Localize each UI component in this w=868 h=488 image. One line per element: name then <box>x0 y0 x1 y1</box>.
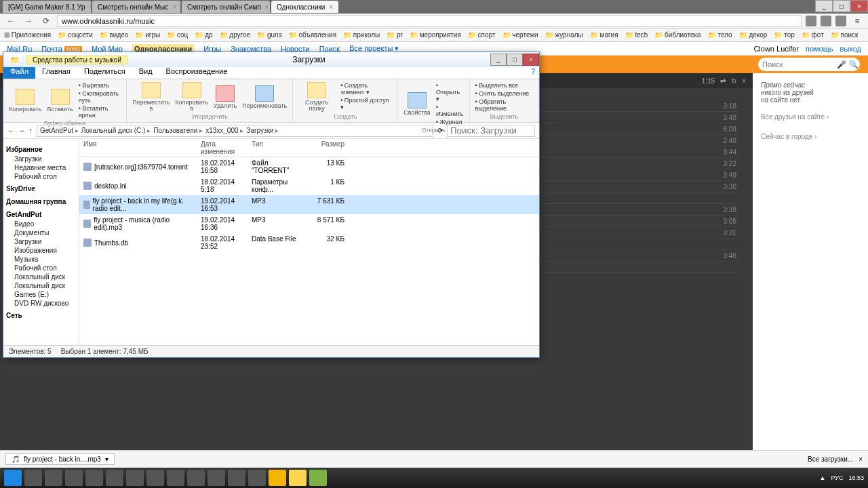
taskbar-chrome[interactable] <box>269 470 286 486</box>
shuffle-icon[interactable]: ⇄ <box>720 77 726 85</box>
minimize-button[interactable]: _ <box>490 54 507 66</box>
copy-to-button[interactable]: Копировать в <box>175 82 208 112</box>
nav-computer[interactable]: GetAndPut <box>5 209 77 220</box>
nav-item[interactable]: Games (E:) <box>5 290 77 299</box>
file-row[interactable]: desktop.ini18.02.2014 5:18Параметры конф… <box>79 176 539 195</box>
bookmark-item[interactable]: 📁 объявления <box>289 31 336 39</box>
close-button[interactable]: × <box>523 54 539 66</box>
new-folder-button[interactable]: Создать папку <box>298 82 335 112</box>
file-row[interactable]: fly project - back in my life(g.k. radio… <box>79 195 539 214</box>
bookmark-item[interactable]: 📁 магия <box>590 31 618 39</box>
help-link[interactable]: помощь <box>806 45 833 53</box>
taskbar-app[interactable] <box>228 470 245 486</box>
easy-access-button[interactable]: Простой доступ ▾ <box>340 97 392 110</box>
paste-button[interactable]: Вставить <box>47 82 73 119</box>
close-icon[interactable]: × <box>265 3 269 11</box>
explorer-search-input[interactable] <box>447 125 535 137</box>
maximize-button[interactable]: □ <box>833 0 850 12</box>
cut-button[interactable]: Вырезать <box>79 82 121 89</box>
close-shelf-icon[interactable]: × <box>859 455 863 463</box>
edit-button[interactable]: Изменить <box>436 104 464 117</box>
taskbar-app[interactable] <box>187 470 205 486</box>
forward-button[interactable]: → <box>18 127 25 134</box>
tab-video2[interactable]: Смотреть онлайн Симп× <box>182 1 270 13</box>
tab-odnoklassniki[interactable]: Одноклассники× <box>271 1 338 13</box>
crumb[interactable]: Загрузки <box>246 127 279 134</box>
extension-icon[interactable] <box>835 16 846 26</box>
ribbon-tab-share[interactable]: Поделиться <box>77 67 132 79</box>
taskbar-explorer[interactable] <box>289 470 307 486</box>
nav-item[interactable]: DVD RW дисково <box>5 299 77 308</box>
taskbar-app[interactable] <box>65 470 83 486</box>
bookmark-item[interactable]: 📁 журналы <box>545 31 583 39</box>
menu-icon[interactable]: ≡ <box>850 15 864 27</box>
mic-icon[interactable]: 🎤 <box>837 60 846 69</box>
file-row[interactable]: Thumbs.db18.02.2014 23:52Data Base File3… <box>79 233 539 252</box>
col-date[interactable]: Дата изменения <box>198 139 249 157</box>
chevron-down-icon[interactable]: ▾ <box>105 455 108 463</box>
extension-icon[interactable] <box>806 16 816 26</box>
taskbar-app[interactable] <box>45 470 62 486</box>
bookmark-item[interactable]: 📁 tech <box>625 31 648 39</box>
bookmark-item[interactable]: 📁 соц <box>167 31 188 39</box>
all-friends-link[interactable]: Все друзья на сайте › <box>761 113 860 121</box>
select-all-button[interactable]: Выделить все <box>475 82 534 89</box>
repeat-icon[interactable]: ↻ <box>731 77 736 85</box>
nav-item[interactable]: Загрузки <box>5 237 77 246</box>
clock[interactable]: 16:53 <box>848 474 864 481</box>
bookmark-item[interactable]: 📁 pr <box>387 31 403 39</box>
crumb[interactable]: x13xx_000 <box>205 127 243 134</box>
lang-indicator[interactable]: РУС <box>831 474 843 481</box>
maximize-button[interactable]: □ <box>507 54 523 66</box>
ribbon-tab-file[interactable]: Файл <box>3 67 35 79</box>
taskbar-app[interactable] <box>208 470 225 486</box>
copy-button[interactable]: Копировать <box>9 82 41 119</box>
bookmark-item[interactable]: 📁 фот <box>802 31 824 39</box>
music-tools-tab[interactable]: Средства работы с музыкой <box>26 56 127 64</box>
close-icon[interactable]: × <box>172 3 176 11</box>
download-chip[interactable]: 🎵 fly project - back in....mp3 ▾ <box>5 453 115 465</box>
taskbar-app[interactable] <box>309 470 327 486</box>
bookmark-item[interactable]: 📁 тор <box>774 31 794 39</box>
close-player-icon[interactable]: × <box>742 77 746 85</box>
apps-icon[interactable]: ⊞ Приложения <box>4 31 51 39</box>
taskbar-app[interactable] <box>167 470 184 486</box>
nav-item[interactable]: Локальный диск <box>5 281 77 290</box>
nav-favorites[interactable]: Избранное <box>5 144 77 155</box>
back-button[interactable]: ← <box>4 15 18 27</box>
nav-item[interactable]: Музыка <box>5 255 77 264</box>
refresh-icon[interactable]: ⟳ <box>437 127 443 134</box>
crumb[interactable]: GetAndPut <box>40 127 79 134</box>
nav-item[interactable]: Видео <box>5 220 77 228</box>
properties-button[interactable]: Свойства <box>403 82 431 125</box>
taskbar-app[interactable] <box>106 470 123 486</box>
tray-icon[interactable]: ▲ <box>820 474 826 481</box>
col-size[interactable]: Размер <box>310 139 347 157</box>
col-name[interactable]: Имя <box>79 139 198 157</box>
paste-shortcut-button[interactable]: Вставить ярлык <box>79 105 121 119</box>
bookmark-item[interactable]: 📁 видео <box>100 31 129 39</box>
ribbon-tab-home[interactable]: Главная <box>35 67 77 79</box>
delete-button[interactable]: Удалить <box>214 82 237 112</box>
move-to-button[interactable]: Переместить в <box>132 82 170 112</box>
bookmark-item[interactable]: 📁 мероприятия <box>410 31 461 39</box>
ribbon-tab-play[interactable]: Воспроизведение <box>159 67 235 79</box>
taskbar-app[interactable] <box>146 470 164 486</box>
crumb[interactable]: Пользователи <box>153 127 203 134</box>
taskbar-app[interactable] <box>248 470 266 486</box>
back-button[interactable]: ← <box>7 127 14 134</box>
search-icon[interactable]: 🔍 <box>849 60 859 69</box>
explorer-titlebar[interactable]: 📁 Средства работы с музыкой Загрузки _ □… <box>3 52 539 67</box>
logout-link[interactable]: выход <box>840 45 861 53</box>
extension-icon[interactable] <box>821 16 831 26</box>
nav-desktop[interactable]: Рабочий стол <box>5 172 77 181</box>
up-button[interactable]: ↑ <box>29 127 33 134</box>
bookmark-item[interactable]: 📁 декор <box>739 31 768 39</box>
forward-button[interactable]: → <box>22 15 35 27</box>
bookmark-item[interactable]: 📁 соцсети <box>58 31 92 39</box>
bookmark-item[interactable]: 📁 спорт <box>468 31 496 39</box>
tab-video1[interactable]: Смотреть онлайн Мыс× <box>92 1 180 13</box>
minimize-button[interactable]: _ <box>815 0 833 12</box>
bookmark-item[interactable]: 📁 guns <box>257 31 281 39</box>
ribbon-tab-view[interactable]: Вид <box>132 67 159 79</box>
